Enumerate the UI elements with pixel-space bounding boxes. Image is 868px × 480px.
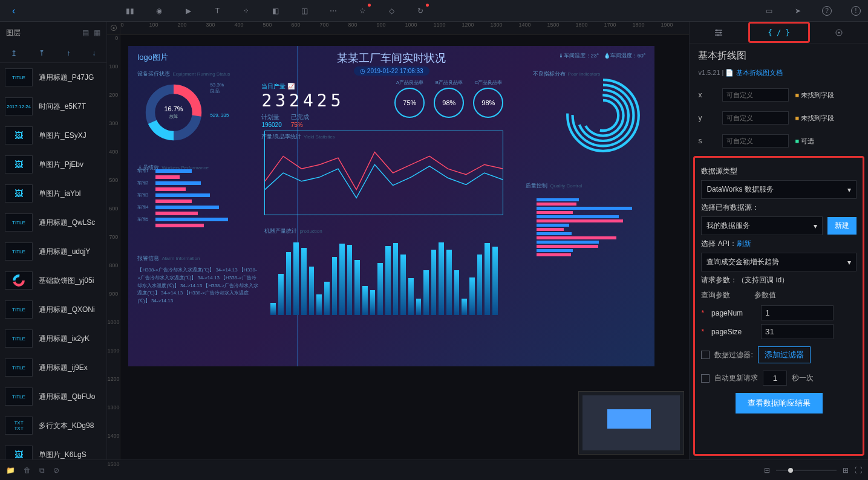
field-y-input[interactable] — [722, 111, 789, 125]
video-icon[interactable]: ▶ — [182, 5, 194, 17]
trash-icon[interactable]: 🗑 — [24, 466, 31, 475]
dashboard-canvas[interactable]: logo图片 🌡车间温度：23° 💧车间湿度：60° 某某工厂车间实时状况 ◷ … — [128, 46, 654, 366]
chevron-down-icon: ▾ — [814, 222, 817, 230]
chevron-down-icon: ▾ — [847, 186, 851, 194]
layer-item[interactable]: TITLE通用标题_ix2yK — [0, 324, 106, 353]
nodes-icon[interactable]: ⁘ — [240, 5, 252, 17]
layer-name: 单图片_iaYbl — [39, 189, 80, 199]
zoom-out-icon[interactable]: ⊟ — [764, 466, 770, 475]
ds-select[interactable]: 我的数据服务▾ — [701, 216, 823, 235]
tab-style[interactable] — [690, 22, 748, 43]
send-icon[interactable]: ➤ — [792, 5, 804, 17]
dash-timestamp: 2019-01-22 17:06:33 — [367, 68, 423, 74]
layer-item[interactable]: 2017:12:24时间器_e5K7T — [0, 92, 106, 121]
radial-chart — [561, 73, 645, 158]
ruler-origin-icon[interactable]: ⦿ — [107, 22, 120, 35]
display-icon[interactable]: ▭ — [763, 5, 775, 17]
layer-item[interactable]: TXTTXT多行文本_KDg98 — [0, 411, 106, 440]
layer-item[interactable]: TITLE通用标题_QXONi — [0, 295, 106, 324]
layer-item[interactable]: TITLE通用标题_QwLSc — [0, 208, 106, 237]
warn-icon[interactable]: ! — [850, 5, 862, 17]
canvas-area[interactable]: ⦿ 01002003004005006007008009001000110012… — [107, 22, 689, 459]
gauges: A产品良品率75% B产品良品率98% C产品良品率98% — [394, 79, 503, 118]
layer-item[interactable]: TITLE通用标题_P47JG — [0, 63, 106, 92]
diamond-icon[interactable]: ◇ — [385, 5, 397, 17]
layer-name: 通用标题_QXONi — [39, 305, 95, 315]
layer-name: 基础款饼图_yj05i — [39, 276, 94, 286]
svg-point-9 — [578, 90, 628, 141]
svg-point-12 — [716, 29, 718, 31]
layer-item[interactable]: TITLE通用标题_udqjY — [0, 237, 106, 266]
field-x-input[interactable] — [722, 88, 789, 102]
list-view-icon[interactable]: ▤ — [82, 28, 89, 37]
star-icon[interactable]: ☆ — [356, 5, 368, 17]
param-pageSize-input[interactable] — [761, 324, 834, 339]
grid-view-icon[interactable]: ▦ — [94, 28, 100, 37]
help-icon[interactable]: ? — [821, 5, 833, 17]
chart-icon[interactable]: ▮▮ — [124, 5, 136, 17]
ruler-vertical: 0100200300400500600700800900100011001200… — [107, 35, 120, 459]
align-button[interactable]: ↥ — [11, 49, 17, 57]
svg-point-14 — [717, 34, 719, 36]
align-button[interactable]: ⤒ — [39, 49, 45, 57]
refresh-link[interactable]: 刷新 — [737, 239, 751, 248]
add-filter-button[interactable]: 添加过滤器 — [758, 346, 811, 363]
dash-env: 🌡车间温度：23° 💧车间湿度：60° — [558, 52, 646, 60]
field-s-input[interactable] — [722, 134, 789, 148]
back-button[interactable]: ‹ — [6, 5, 21, 16]
layer-name: 通用标题_udqjY — [39, 247, 90, 257]
component-title: 基本折线图 — [690, 44, 868, 68]
api-select[interactable]: 查询成交金额增长趋势▾ — [701, 253, 857, 271]
layer-name: 多行文本_KDg98 — [39, 421, 94, 431]
cube-icon[interactable]: ◧ — [269, 5, 281, 17]
qc-bars — [537, 197, 645, 258]
auto-interval-input[interactable] — [763, 371, 787, 386]
layer-name: 通用标题_P47JG — [39, 73, 94, 83]
layers-title: 图层 — [6, 28, 21, 38]
fit-icon[interactable]: ⛶ — [855, 466, 862, 475]
filter-checkbox[interactable] — [701, 351, 710, 359]
layer-item[interactable]: TITLE通用标题_QbFUo — [0, 382, 106, 411]
align-button[interactable]: ↑ — [67, 49, 70, 57]
dash-logo: logo图片 — [137, 52, 168, 63]
tab-data[interactable]: { / } — [748, 22, 810, 43]
layer-name: 通用标题_ix2yK — [39, 334, 90, 344]
doc-link[interactable]: 📄 基本折线图文档 — [725, 69, 782, 76]
auto-update-checkbox[interactable] — [701, 374, 710, 383]
tab-interact[interactable] — [810, 22, 868, 43]
svg-point-11 — [588, 100, 618, 131]
layer-item[interactable]: 🖼单图片_ESyXJ — [0, 121, 106, 150]
layer-name: 单图片_PjEbv — [39, 160, 83, 170]
copy-icon[interactable]: ⧉ — [39, 466, 45, 475]
layer-item[interactable]: 🖼单图片_PjEbv — [0, 150, 106, 179]
param-pageNum-input[interactable] — [761, 305, 834, 320]
zoom-in-icon[interactable]: ⊞ — [843, 466, 849, 475]
text-icon[interactable]: T — [211, 5, 223, 17]
view-response-button[interactable]: 查看数据响应结果 — [736, 393, 823, 414]
align-button[interactable]: ↓ — [92, 49, 96, 57]
hide-icon[interactable]: ⊘ — [53, 466, 59, 475]
pin-icon[interactable]: ◉ — [153, 5, 165, 17]
ruler-horizontal: 0100200300400500600700800900100011001200… — [107, 22, 689, 35]
layer-item[interactable]: 基础款饼图_yj05i — [0, 266, 106, 295]
layer-item[interactable]: 🖼单图片_K6LgS — [0, 440, 106, 459]
equipment-donut-chart: 16.7% 故障 — [140, 79, 207, 146]
layer-item[interactable]: TITLE通用标题_ij9Ex — [0, 353, 106, 382]
layer-name: 通用标题_QwLSc — [39, 218, 95, 228]
box-icon[interactable]: ◫ — [298, 5, 310, 17]
layer-item[interactable]: 🖼单图片_iaYbl — [0, 179, 106, 208]
layer-name: 单图片_ESyXJ — [39, 131, 86, 141]
sliders-icon — [714, 28, 723, 37]
new-ds-button[interactable]: 新建 — [827, 217, 857, 235]
more-icon[interactable]: ⋯ — [327, 5, 339, 17]
folder-icon[interactable]: 📁 — [6, 466, 15, 475]
minimap[interactable] — [578, 391, 684, 455]
zoom-slider[interactable] — [776, 470, 837, 471]
ds-type-select[interactable]: DataWorks 数据服务▾ — [701, 180, 857, 199]
layer-name: 时间器_e5K7T — [39, 102, 86, 112]
inspector-panel: { / } 基本折线图 v1.5.21 | 📄 基本折线图文档 x未找到字段y未… — [689, 22, 868, 459]
top-toolbar: ‹ ▮▮◉▶T⁘◧◫⋯☆◇↻ ▭➤?! — [0, 0, 868, 22]
refresh-icon[interactable]: ↻ — [414, 5, 426, 17]
day-production-number: 232425 — [261, 91, 344, 111]
line-chart-selected[interactable] — [264, 131, 503, 215]
